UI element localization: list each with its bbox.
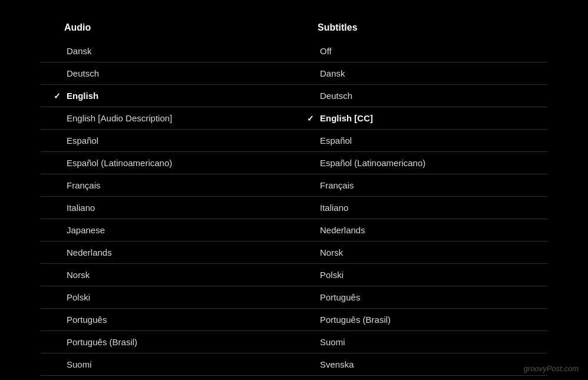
subtitles-item-label: Svenska	[318, 359, 354, 369]
subtitles-list: OffDanskDeutsch✓English [CC]EspañolEspañ…	[294, 40, 547, 376]
audio-list-item[interactable]: Deutsch	[41, 62, 294, 85]
audio-item-label: Español	[64, 136, 98, 146]
audio-list-item[interactable]: Dansk	[41, 40, 294, 62]
subtitles-item-label: Español (Latinoamericano)	[318, 158, 425, 168]
subtitles-item-label: Nederlands	[318, 225, 365, 235]
subtitles-item-label: Dansk	[318, 68, 345, 78]
audio-item-label: Norsk	[64, 270, 90, 280]
subtitles-item-label: Français	[318, 180, 354, 190]
audio-item-label: Deutsch	[64, 68, 99, 78]
subtitles-list-item[interactable]: Deutsch	[294, 85, 547, 107]
subtitles-item-label: Español	[318, 136, 352, 146]
audio-list: DanskDeutsch✓EnglishEnglish [Audio Descr…	[41, 40, 294, 380]
audio-list-item[interactable]: Español	[41, 130, 294, 152]
audio-item-label: Japanese	[64, 225, 105, 235]
subtitles-item-label: Italiano	[318, 203, 348, 213]
subtitles-item-label: Off	[318, 46, 332, 56]
subtitles-list-item[interactable]: Svenska	[294, 353, 547, 376]
audio-item-label: Italiano	[64, 203, 95, 213]
audio-list-item[interactable]: ✓English	[41, 85, 294, 107]
subtitles-list-item[interactable]: Italiano	[294, 197, 547, 219]
checkmark-icon: ✓	[303, 114, 318, 123]
audio-column: Audio DanskDeutsch✓EnglishEnglish [Audio…	[41, 18, 294, 380]
audio-list-item[interactable]: Português	[41, 309, 294, 331]
audio-list-item[interactable]: Polski	[41, 286, 294, 309]
audio-item-label: Português	[64, 315, 107, 325]
subtitles-list-item[interactable]: Off	[294, 40, 547, 62]
subtitles-list-item[interactable]: Norsk	[294, 242, 547, 264]
subtitles-header: Subtitles	[294, 18, 547, 38]
subtitles-column: Subtitles OffDanskDeutsch✓English [CC]Es…	[294, 18, 547, 380]
subtitles-list-item[interactable]: Dansk	[294, 62, 547, 85]
subtitles-item-label: Polski	[318, 270, 343, 280]
subtitles-item-label: Norsk	[318, 247, 343, 257]
audio-list-item[interactable]: Português (Brasil)	[41, 331, 294, 353]
subtitles-list-item[interactable]: Français	[294, 174, 547, 197]
subtitles-item-label: Deutsch	[318, 91, 352, 101]
audio-list-item[interactable]: Italiano	[41, 197, 294, 219]
audio-item-label: Français	[64, 180, 101, 190]
audio-header: Audio	[41, 18, 294, 38]
audio-item-label: Suomi	[64, 359, 92, 369]
audio-item-label: Nederlands	[64, 247, 112, 257]
audio-list-item[interactable]: English [Audio Description]	[41, 107, 294, 130]
audio-item-label: Dansk	[64, 46, 92, 56]
audio-item-label: English [Audio Description]	[64, 113, 172, 123]
subtitles-list-item[interactable]: Suomi	[294, 331, 547, 353]
checkmark-icon: ✓	[50, 91, 64, 101]
audio-item-label: Polski	[64, 292, 90, 302]
subtitles-item-label: English [CC]	[318, 113, 373, 123]
subtitles-item-label: Suomi	[318, 337, 345, 347]
subtitles-list-item[interactable]: ✓English [CC]	[294, 107, 547, 130]
audio-list-item[interactable]: Français	[41, 174, 294, 197]
subtitles-item-label: Português	[318, 292, 360, 302]
audio-item-label: Português (Brasil)	[64, 337, 137, 347]
audio-list-item[interactable]: Japanese	[41, 219, 294, 242]
audio-list-item[interactable]: Suomi	[41, 353, 294, 376]
audio-list-item[interactable]: Nederlands	[41, 242, 294, 264]
watermark: groovyPost.com	[524, 364, 579, 373]
audio-list-item[interactable]: Español (Latinoamericano)	[41, 152, 294, 174]
subtitles-list-item[interactable]: Español (Latinoamericano)	[294, 152, 547, 174]
subtitles-list-item[interactable]: Nederlands	[294, 219, 547, 242]
audio-list-item[interactable]: Svenska	[41, 376, 294, 380]
audio-item-label: Español (Latinoamericano)	[64, 158, 172, 168]
subtitles-list-item[interactable]: Español	[294, 130, 547, 152]
main-container: Audio DanskDeutsch✓EnglishEnglish [Audio…	[41, 12, 547, 380]
audio-item-label: English	[64, 91, 98, 101]
subtitles-list-item[interactable]: Polski	[294, 264, 547, 286]
subtitles-item-label: Português (Brasil)	[318, 315, 391, 325]
subtitles-list-item[interactable]: Português (Brasil)	[294, 309, 547, 331]
subtitles-list-item[interactable]: Português	[294, 286, 547, 309]
audio-list-item[interactable]: Norsk	[41, 264, 294, 286]
